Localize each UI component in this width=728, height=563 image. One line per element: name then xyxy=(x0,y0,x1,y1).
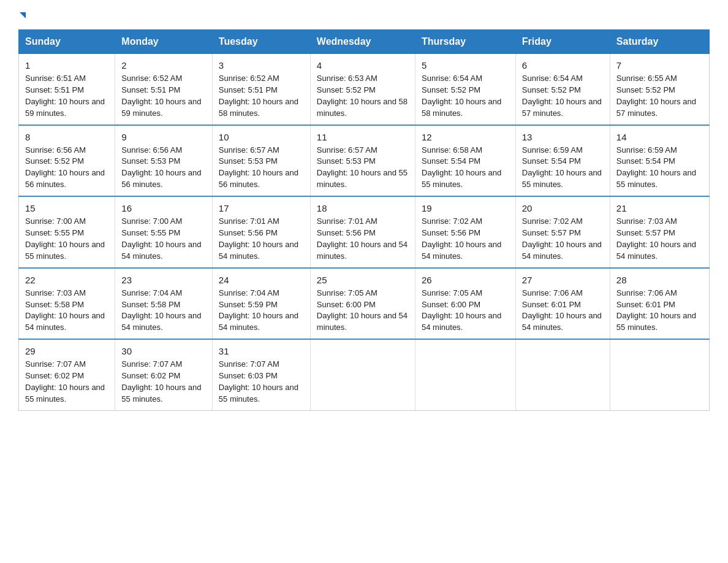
day-sunset: Sunset: 5:55 PM xyxy=(121,228,180,237)
calendar-day-cell: 30Sunrise: 7:07 AMSunset: 6:02 PMDayligh… xyxy=(115,339,213,410)
day-number: 29 xyxy=(25,345,108,358)
day-sunrise: Sunrise: 7:06 AM xyxy=(522,288,583,297)
day-sunset: Sunset: 5:59 PM xyxy=(219,300,278,309)
day-number: 16 xyxy=(121,202,206,215)
day-daylight: Daylight: 10 hours and 56 minutes. xyxy=(121,168,201,189)
calendar-day-cell: 26Sunrise: 7:05 AMSunset: 6:00 PMDayligh… xyxy=(415,268,516,340)
day-number: 20 xyxy=(522,202,604,215)
day-sunrise: Sunrise: 6:53 AM xyxy=(317,74,377,83)
calendar-day-cell xyxy=(515,339,610,410)
day-sunrise: Sunrise: 7:00 AM xyxy=(121,216,182,226)
day-daylight: Daylight: 10 hours and 55 minutes. xyxy=(422,168,501,189)
calendar-day-cell: 3Sunrise: 6:52 AMSunset: 5:51 PMDaylight… xyxy=(212,54,310,125)
day-daylight: Daylight: 10 hours and 55 minutes. xyxy=(616,311,696,332)
calendar-day-cell xyxy=(310,339,415,410)
logo xyxy=(18,12,26,18)
day-sunrise: Sunrise: 6:55 AM xyxy=(616,74,677,83)
day-number: 27 xyxy=(522,274,604,286)
day-sunset: Sunset: 6:01 PM xyxy=(616,300,675,309)
day-sunset: Sunset: 5:52 PM xyxy=(522,85,581,94)
day-sunrise: Sunrise: 6:52 AM xyxy=(219,74,279,83)
day-number: 26 xyxy=(422,274,509,286)
day-daylight: Daylight: 10 hours and 57 minutes. xyxy=(616,97,696,118)
calendar-table: SundayMondayTuesdayWednesdayThursdayFrid… xyxy=(18,29,710,411)
calendar-day-cell: 22Sunrise: 7:03 AMSunset: 5:58 PMDayligh… xyxy=(19,268,115,340)
day-number: 4 xyxy=(317,59,409,72)
day-sunset: Sunset: 5:55 PM xyxy=(25,228,84,237)
day-daylight: Daylight: 10 hours and 55 minutes. xyxy=(121,383,201,404)
day-daylight: Daylight: 10 hours and 55 minutes. xyxy=(616,168,696,189)
calendar-day-cell: 5Sunrise: 6:54 AMSunset: 5:52 PMDaylight… xyxy=(415,54,516,125)
day-daylight: Daylight: 10 hours and 54 minutes. xyxy=(25,311,105,332)
weekday-header-row: SundayMondayTuesdayWednesdayThursdayFrid… xyxy=(19,30,710,54)
day-sunrise: Sunrise: 6:59 AM xyxy=(616,145,677,155)
day-sunset: Sunset: 6:02 PM xyxy=(25,371,84,380)
day-number: 22 xyxy=(25,274,108,286)
day-sunset: Sunset: 5:53 PM xyxy=(121,156,180,166)
day-daylight: Daylight: 10 hours and 54 minutes. xyxy=(522,311,602,332)
day-daylight: Daylight: 10 hours and 54 minutes. xyxy=(522,240,602,261)
day-number: 2 xyxy=(121,59,206,72)
day-sunset: Sunset: 5:51 PM xyxy=(219,85,278,94)
day-daylight: Daylight: 10 hours and 54 minutes. xyxy=(317,311,408,332)
day-sunrise: Sunrise: 6:54 AM xyxy=(422,74,482,83)
calendar-day-cell: 1Sunrise: 6:51 AMSunset: 5:51 PMDaylight… xyxy=(19,54,115,125)
calendar-day-cell: 16Sunrise: 7:00 AMSunset: 5:55 PMDayligh… xyxy=(115,196,213,268)
day-number: 23 xyxy=(121,274,206,286)
day-number: 3 xyxy=(219,59,304,72)
calendar-day-cell: 23Sunrise: 7:04 AMSunset: 5:58 PMDayligh… xyxy=(115,268,213,340)
calendar-day-cell: 15Sunrise: 7:00 AMSunset: 5:55 PMDayligh… xyxy=(19,196,115,268)
calendar-week-row: 8Sunrise: 6:56 AMSunset: 5:52 PMDaylight… xyxy=(19,125,710,197)
calendar-day-cell: 20Sunrise: 7:02 AMSunset: 5:57 PMDayligh… xyxy=(515,196,610,268)
calendar-day-cell xyxy=(610,339,709,410)
calendar-day-cell: 27Sunrise: 7:06 AMSunset: 6:01 PMDayligh… xyxy=(515,268,610,340)
calendar-day-cell: 25Sunrise: 7:05 AMSunset: 6:00 PMDayligh… xyxy=(310,268,415,340)
day-daylight: Daylight: 10 hours and 58 minutes. xyxy=(219,97,298,118)
day-sunset: Sunset: 5:58 PM xyxy=(121,300,180,309)
day-daylight: Daylight: 10 hours and 56 minutes. xyxy=(25,168,105,189)
day-sunrise: Sunrise: 6:56 AM xyxy=(25,145,86,155)
calendar-day-cell: 21Sunrise: 7:03 AMSunset: 5:57 PMDayligh… xyxy=(610,196,709,268)
day-daylight: Daylight: 10 hours and 56 minutes. xyxy=(219,168,298,189)
calendar-day-cell: 6Sunrise: 6:54 AMSunset: 5:52 PMDaylight… xyxy=(515,54,610,125)
day-sunset: Sunset: 5:52 PM xyxy=(616,85,675,94)
weekday-header-monday: Monday xyxy=(115,30,213,54)
calendar-day-cell: 29Sunrise: 7:07 AMSunset: 6:02 PMDayligh… xyxy=(19,339,115,410)
day-number: 6 xyxy=(522,59,604,72)
calendar-day-cell: 11Sunrise: 6:57 AMSunset: 5:53 PMDayligh… xyxy=(310,125,415,197)
day-sunrise: Sunrise: 7:05 AM xyxy=(317,288,377,297)
calendar-day-cell: 18Sunrise: 7:01 AMSunset: 5:56 PMDayligh… xyxy=(310,196,415,268)
day-daylight: Daylight: 10 hours and 55 minutes. xyxy=(25,383,105,404)
day-sunrise: Sunrise: 6:57 AM xyxy=(219,145,279,155)
weekday-header-friday: Friday xyxy=(515,30,610,54)
day-number: 5 xyxy=(422,59,509,72)
day-sunset: Sunset: 6:02 PM xyxy=(121,371,180,380)
day-sunrise: Sunrise: 7:02 AM xyxy=(422,216,482,226)
day-daylight: Daylight: 10 hours and 55 minutes. xyxy=(522,168,602,189)
day-number: 18 xyxy=(317,202,409,215)
day-sunrise: Sunrise: 6:52 AM xyxy=(121,74,182,83)
weekday-header-sunday: Sunday xyxy=(19,30,115,54)
day-sunrise: Sunrise: 7:01 AM xyxy=(317,216,377,226)
day-sunset: Sunset: 5:57 PM xyxy=(522,228,581,237)
day-number: 30 xyxy=(121,345,206,358)
day-number: 19 xyxy=(422,202,509,215)
calendar-week-row: 22Sunrise: 7:03 AMSunset: 5:58 PMDayligh… xyxy=(19,268,710,340)
calendar-day-cell: 7Sunrise: 6:55 AMSunset: 5:52 PMDaylight… xyxy=(610,54,709,125)
day-sunset: Sunset: 5:52 PM xyxy=(422,85,480,94)
day-number: 1 xyxy=(25,59,108,72)
day-sunrise: Sunrise: 7:01 AM xyxy=(219,216,279,226)
page-header xyxy=(18,12,710,18)
calendar-day-cell: 13Sunrise: 6:59 AMSunset: 5:54 PMDayligh… xyxy=(515,125,610,197)
day-sunset: Sunset: 6:00 PM xyxy=(317,300,376,309)
day-number: 28 xyxy=(616,274,703,286)
day-number: 25 xyxy=(317,274,409,286)
weekday-header-tuesday: Tuesday xyxy=(212,30,310,54)
day-number: 17 xyxy=(219,202,304,215)
weekday-header-thursday: Thursday xyxy=(415,30,516,54)
weekday-header-wednesday: Wednesday xyxy=(310,30,415,54)
day-sunrise: Sunrise: 7:04 AM xyxy=(121,288,182,297)
day-number: 12 xyxy=(422,131,509,144)
day-number: 13 xyxy=(522,131,604,144)
day-daylight: Daylight: 10 hours and 55 minutes. xyxy=(219,383,298,404)
